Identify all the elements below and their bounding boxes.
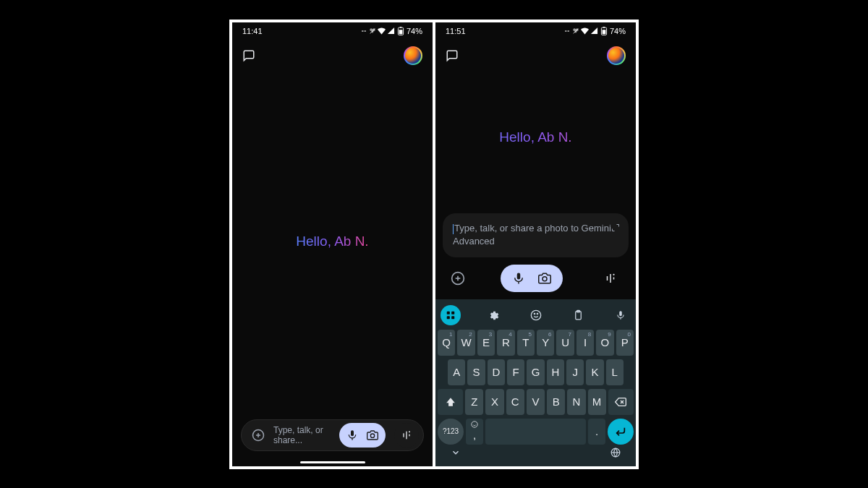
key-f[interactable]: F: [507, 359, 524, 385]
apps-icon[interactable]: [441, 305, 461, 325]
key-b[interactable]: B: [547, 389, 565, 415]
key-u[interactable]: 7U: [556, 330, 574, 356]
chat-icon[interactable]: [446, 49, 459, 62]
screenshot-container: 11:41 74% Hello, Ab N.: [229, 20, 639, 469]
camera-icon[interactable]: [538, 272, 551, 285]
battery-icon: [397, 27, 404, 35]
action-row: [435, 257, 636, 299]
key-o[interactable]: 9O: [596, 330, 613, 356]
key-m[interactable]: M: [588, 389, 606, 415]
keyboard-footer: [438, 445, 634, 462]
key-j[interactable]: J: [566, 359, 584, 385]
key-p[interactable]: 0P: [616, 330, 634, 356]
add-icon[interactable]: [448, 269, 467, 288]
key-y[interactable]: 6Y: [537, 330, 554, 356]
globe-icon[interactable]: [610, 448, 621, 461]
svg-rect-30: [447, 316, 450, 319]
svg-point-27: [613, 273, 614, 275]
key-s[interactable]: S: [467, 359, 485, 385]
input-placeholder: Type, talk, or share a photo to Gemini A…: [453, 222, 618, 248]
emoji-icon[interactable]: [526, 305, 546, 325]
home-indicator[interactable]: [300, 461, 365, 463]
key-l[interactable]: L: [606, 359, 624, 385]
add-icon[interactable]: [249, 426, 268, 445]
battery-percent: 74%: [407, 27, 422, 35]
space-key[interactable]: [485, 419, 586, 445]
sparkle-icon[interactable]: [394, 423, 419, 448]
connectivity-icons: [360, 27, 395, 35]
status-right: 74%: [360, 27, 422, 35]
key-r[interactable]: 4R: [497, 330, 514, 356]
keyboard: 1Q2W3E4R5T6Y7U8I9O0P ASDFGHJKL ZXCVBNM ?…: [435, 299, 636, 466]
svg-rect-11: [406, 431, 407, 439]
enter-key[interactable]: [608, 419, 634, 445]
key-t[interactable]: 5T: [517, 330, 535, 356]
main-content: Hello, Ab N.: [232, 72, 433, 412]
collapse-keyboard-icon[interactable]: [451, 448, 461, 461]
keyboard-row-2: ASDFGHJKL: [438, 359, 634, 385]
camera-icon[interactable]: [367, 429, 378, 441]
keyboard-toolbar: [438, 302, 634, 330]
key-x[interactable]: X: [485, 389, 503, 415]
connectivity-icons: [563, 27, 598, 35]
action-pill: [339, 423, 386, 448]
period-key[interactable]: .: [588, 419, 605, 445]
status-bar: 11:51 74%: [435, 22, 636, 40]
greeting-text: Hello, Ab N.: [435, 129, 636, 145]
symbols-key[interactable]: ?123: [438, 419, 464, 445]
input-placeholder: Type, talk, or share...: [273, 425, 333, 445]
expanded-input[interactable]: Type, talk, or share a photo to Gemini A…: [443, 213, 629, 257]
profile-avatar[interactable]: [404, 46, 422, 65]
key-h[interactable]: H: [547, 359, 564, 385]
mic-icon[interactable]: [346, 429, 358, 441]
mic-icon[interactable]: [512, 272, 525, 285]
phone-right: 11:51 74% Hello, Ab N.: [435, 22, 636, 466]
key-v[interactable]: V: [527, 389, 545, 415]
key-w[interactable]: 2W: [457, 330, 475, 356]
key-a[interactable]: A: [448, 359, 465, 385]
keyboard-row-1: 1Q2W3E4R5T6Y7U8I9O0P: [438, 330, 634, 356]
settings-icon[interactable]: [483, 305, 503, 325]
svg-rect-4: [400, 27, 401, 27]
svg-rect-28: [447, 311, 450, 314]
svg-point-23: [542, 276, 547, 281]
svg-rect-29: [451, 311, 454, 314]
key-e[interactable]: 3E: [477, 330, 495, 356]
input-area: Type, talk, or share...: [232, 412, 433, 461]
battery-percent: 74%: [610, 27, 626, 35]
svg-rect-31: [451, 316, 454, 319]
sparkle-icon[interactable]: [598, 266, 623, 291]
keyboard-row-4: ?123 , .: [438, 419, 634, 445]
key-z[interactable]: Z: [465, 389, 483, 415]
mic-icon[interactable]: [610, 305, 631, 325]
input-bar[interactable]: Type, talk, or share...: [241, 419, 424, 451]
comma-key[interactable]: ,: [466, 419, 483, 445]
svg-rect-5: [399, 30, 403, 34]
app-header: [435, 40, 636, 72]
svg-rect-18: [603, 27, 605, 27]
status-bar: 11:41 74%: [232, 22, 433, 40]
key-n[interactable]: N: [567, 389, 585, 415]
status-time: 11:41: [242, 27, 263, 35]
profile-avatar[interactable]: [607, 46, 626, 65]
svg-rect-12: [409, 434, 409, 436]
action-pill: [501, 265, 563, 292]
phone-left: 11:41 74% Hello, Ab N.: [232, 22, 433, 466]
key-g[interactable]: G: [527, 359, 544, 385]
svg-rect-26: [613, 277, 615, 279]
key-i[interactable]: 8I: [576, 330, 594, 356]
expand-icon[interactable]: [611, 222, 620, 235]
svg-rect-10: [403, 433, 404, 437]
key-c[interactable]: C: [506, 389, 524, 415]
clipboard-icon[interactable]: [568, 305, 588, 325]
chat-icon[interactable]: [242, 49, 255, 62]
svg-rect-24: [607, 276, 608, 281]
svg-point-39: [472, 421, 477, 427]
key-d[interactable]: D: [488, 359, 505, 385]
shift-key[interactable]: [438, 389, 463, 415]
backspace-key[interactable]: [608, 389, 634, 415]
status-right: 74%: [563, 27, 626, 35]
key-q[interactable]: 1Q: [438, 330, 455, 356]
key-k[interactable]: K: [586, 359, 603, 385]
svg-point-34: [537, 313, 537, 314]
